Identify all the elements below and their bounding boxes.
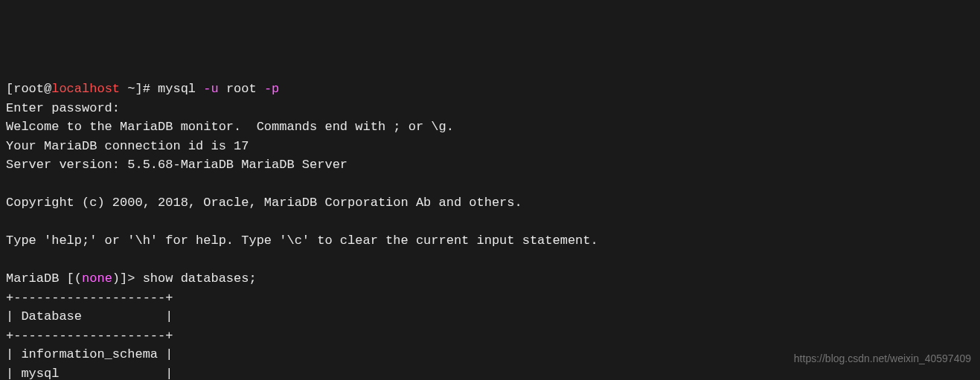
table-row: | information_schema | <box>6 347 173 361</box>
help-line: Type 'help;' or '\h' for help. Type '\c'… <box>6 234 598 248</box>
mariadb-prompt-suffix: )]> <box>112 271 143 286</box>
copyright-line: Copyright (c) 2000, 2018, Oracle, MariaD… <box>6 196 522 210</box>
bracket-open: [ <box>6 82 13 96</box>
bracket-close: ] <box>135 82 142 96</box>
server-version-line: Server version: 5.5.68-MariaDB MariaDB S… <box>6 158 348 172</box>
sql-command: show databases; <box>143 271 257 286</box>
cmd-flag: -p <box>264 82 279 96</box>
prompt-symbol: # <box>143 82 158 96</box>
conn-id-line: Your MariaDB connection id is 17 <box>6 139 249 153</box>
at-sign: @ <box>44 82 51 96</box>
table-row: | mysql | <box>6 367 173 381</box>
cmd-flag: -u <box>203 82 218 96</box>
hostname: localhost <box>51 82 120 96</box>
table-header: | Database | <box>6 309 173 323</box>
prompt-line-2: MariaDB [(none)]> show databases; <box>6 271 257 286</box>
watermark-text: https://blog.csdn.net/weixin_40597409 <box>794 351 971 367</box>
terminal-output[interactable]: [root@localhost ~]# mysql -u root -p Ent… <box>6 80 974 380</box>
prompt-line-1: [root@localhost ~]# mysql -u root -p <box>6 82 279 96</box>
cmd-text: mysql <box>158 82 203 96</box>
mariadb-prompt-prefix: MariaDB [( <box>6 271 82 286</box>
welcome-line: Welcome to the MariaDB monitor. Commands… <box>6 120 454 134</box>
table-border: +--------------------+ <box>6 329 173 343</box>
enter-password-line: Enter password: <box>6 101 120 115</box>
table-border: +--------------------+ <box>6 291 173 305</box>
cmd-text: root <box>219 82 264 96</box>
user: root <box>13 82 44 96</box>
path: ~ <box>120 82 135 96</box>
mariadb-db-none: none <box>82 271 112 286</box>
